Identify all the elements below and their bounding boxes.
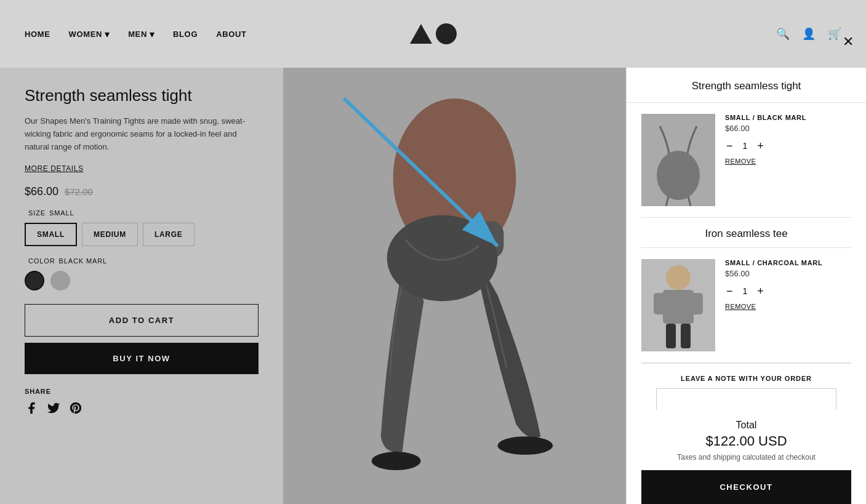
nav-blog[interactable]: BLOG [173, 30, 198, 39]
svg-point-11 [666, 265, 691, 290]
cart-item-1-price: $66.00 [725, 124, 851, 133]
size-medium-button[interactable]: MEDIUM [82, 223, 138, 246]
size-small-button[interactable]: SMALL [25, 223, 77, 246]
logo-circle-icon [436, 23, 457, 44]
size-label: SIZESMALL [25, 209, 259, 217]
svg-point-4 [497, 436, 553, 455]
svg-rect-12 [663, 290, 694, 324]
price-original: $72.00 [65, 186, 93, 197]
cart-item-1-title: Strength seamless tight [627, 68, 866, 103]
size-selected-value: SMALL [49, 209, 74, 217]
cart-item-1-image [641, 114, 715, 206]
cart-item-2-image-svg [641, 259, 715, 351]
svg-rect-16 [681, 324, 691, 348]
facebook-icon[interactable] [25, 401, 38, 415]
size-selector: SMALL MEDIUM LARGE [25, 223, 259, 246]
search-icon[interactable]: 🔍 [776, 27, 790, 41]
cart-item-1-variant: SMALL / BLACK MARL [725, 114, 851, 121]
navigation: HOME WOMEN ▾ MEN ▾ BLOG ABOUT 🔍 👤 🛒 [0, 0, 866, 68]
size-large-button[interactable]: LARGE [143, 223, 194, 246]
color-selector [25, 271, 259, 290]
cart-item-2-remove-button[interactable]: REMOVE [725, 303, 851, 310]
nav-links: HOME WOMEN ▾ MEN ▾ BLOG ABOUT [25, 28, 247, 40]
cart-item-1-quantity: 1 [743, 141, 748, 151]
svg-rect-13 [654, 293, 666, 314]
cart-footer: Total $122.00 USD Taxes and shipping cal… [627, 410, 866, 504]
price-current: $66.00 [25, 185, 58, 198]
main-content: Strength seamless tight Our Shapes Men's… [0, 68, 866, 504]
note-input[interactable] [656, 388, 836, 410]
cart-content: Strength seamless tight SMALL / BLACK MA… [627, 68, 866, 410]
logo-triangle-icon [410, 24, 432, 44]
cart-item-1-remove-button[interactable]: REMOVE [725, 158, 851, 165]
buy-it-now-button[interactable]: BUY IT NOW [25, 343, 259, 374]
cart-item-2-variant: SMALL / CHARCOAL MARL [725, 259, 851, 266]
chevron-down-icon: ▾ [105, 28, 110, 40]
cart-item-1-qty-control: − 1 + [725, 140, 851, 151]
nav-home[interactable]: HOME [25, 30, 50, 39]
share-icons [25, 401, 259, 415]
price-row: $66.00 $72.00 [25, 185, 259, 198]
color-swatch-black-marl[interactable] [25, 271, 44, 290]
cart-item-2-image [641, 259, 715, 351]
share-label: SHARE [25, 388, 259, 395]
cart-item-1: SMALL / BLACK MARL $66.00 − 1 + REMOVE [641, 103, 851, 218]
total-label: Total [641, 420, 851, 431]
logo[interactable] [410, 23, 457, 44]
cart-item-2-quantity: 1 [743, 286, 748, 296]
checkout-button[interactable]: CHECKOUT [641, 470, 851, 504]
color-selected-value: BLACK MARL [59, 257, 108, 265]
cart-item-2: SMALL / CHARCOAL MARL $56.00 − 1 + REMOV… [641, 248, 851, 363]
cart-item-1-increase-button[interactable]: + [756, 140, 765, 151]
note-section: LEAVE A NOTE WITH YOUR ORDER [641, 363, 851, 410]
total-amount: $122.00 USD [641, 433, 851, 449]
product-title: Strength seamless tight [25, 86, 259, 105]
add-to-cart-button[interactable]: ADD TO CART [25, 304, 259, 337]
svg-rect-15 [666, 324, 676, 348]
total-note: Taxes and shipping calculated at checkou… [641, 453, 851, 462]
cart-item-2-increase-button[interactable]: + [756, 286, 765, 297]
product-description: Our Shapes Men's Training Tights are mad… [25, 115, 259, 153]
nav-women[interactable]: WOMEN ▾ [69, 28, 110, 40]
nav-men-link[interactable]: MEN [128, 30, 147, 39]
nav-right: 🔍 👤 🛒 [776, 27, 841, 41]
cart-close-button[interactable]: ✕ [843, 34, 854, 50]
svg-point-5 [387, 215, 498, 302]
color-swatch-gray[interactable] [50, 271, 70, 290]
cart-item-2-qty-control: − 1 + [725, 286, 851, 297]
twitter-icon[interactable] [47, 401, 60, 415]
cart-panel: ✕ Strength seamless tight SMALL / BLACK … [626, 68, 866, 504]
svg-rect-14 [691, 293, 703, 314]
svg-point-9 [657, 151, 700, 200]
cart-item-2-title: Iron seamless tee [641, 218, 851, 248]
cart-icon[interactable]: 🛒 [828, 27, 841, 41]
more-details-link[interactable]: MORE DETAILS [25, 164, 84, 173]
note-label: LEAVE A NOTE WITH YOUR ORDER [656, 375, 836, 382]
cart-item-2-price: $56.00 [725, 269, 851, 278]
product-image [283, 68, 626, 504]
account-icon[interactable]: 👤 [802, 27, 816, 41]
chevron-down-icon: ▾ [150, 28, 154, 40]
cart-item-2-details: SMALL / CHARCOAL MARL $56.00 − 1 + REMOV… [725, 259, 851, 351]
nav-men[interactable]: MEN ▾ [128, 28, 154, 40]
cart-item-2-decrease-button[interactable]: − [725, 286, 734, 297]
nav-about[interactable]: ABOUT [216, 30, 246, 39]
cart-item-1-image-svg [641, 114, 715, 206]
nav-women-link[interactable]: WOMEN [69, 30, 103, 39]
cart-item-1-decrease-button[interactable]: − [725, 140, 734, 151]
cart-item-1-details: SMALL / BLACK MARL $66.00 − 1 + REMOVE [725, 114, 851, 206]
color-label: COLORBLACK MARL [25, 257, 259, 265]
product-panel: Strength seamless tight Our Shapes Men's… [0, 68, 283, 504]
pinterest-icon[interactable] [69, 401, 82, 415]
svg-point-3 [372, 452, 421, 470]
product-image-area [283, 68, 626, 504]
